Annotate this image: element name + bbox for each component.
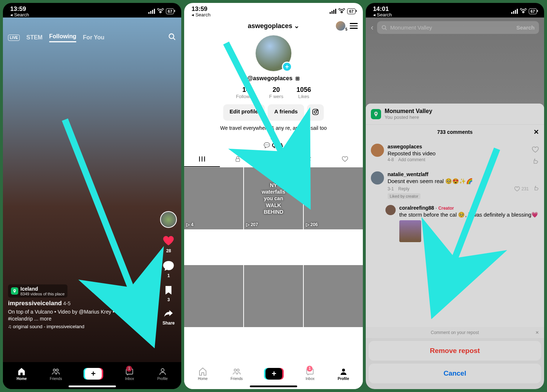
svg-point-2 bbox=[56, 369, 58, 371]
username-dropdown[interactable]: aswegoplaces⌄ bbox=[248, 22, 299, 30]
signal-icon bbox=[511, 9, 518, 14]
screen-comments: 14:01 ◂ Search 67 ‹ Monument ValleySearc… bbox=[366, 3, 544, 389]
reply[interactable]: Reply bbox=[398, 186, 410, 191]
menu-icon[interactable] bbox=[350, 23, 358, 29]
account-switcher[interactable]: 5 bbox=[336, 21, 345, 31]
location-pill[interactable]: Iceland 8349 videos of this place bbox=[8, 284, 67, 298]
comment-user[interactable]: coralreefing88 bbox=[399, 205, 434, 211]
back-icon[interactable]: ‹ bbox=[371, 23, 373, 32]
comment-user[interactable]: aswegoplaces bbox=[388, 144, 528, 150]
share-button[interactable]: Share bbox=[163, 309, 175, 326]
screen-feed: 13:59 ◂ Search 67 LIVE STEM Following Fo… bbox=[3, 3, 181, 389]
caption[interactable]: On top of a Vulcano • Video by @Marius K… bbox=[8, 308, 156, 322]
side-actions: 28 1 3 Share bbox=[160, 211, 177, 326]
grid-item[interactable] bbox=[184, 265, 243, 327]
reply-thumbnail[interactable] bbox=[399, 220, 421, 242]
nav-inbox[interactable]: 1 Inbox bbox=[125, 367, 134, 381]
dimmed-video: ‹ Monument ValleySearch Monument ValleyY… bbox=[366, 18, 544, 389]
username[interactable]: impressiveiceland bbox=[8, 300, 62, 307]
like-icon[interactable] bbox=[532, 146, 539, 154]
battery-icon: 67 bbox=[347, 8, 355, 14]
like-button[interactable]: 28 bbox=[162, 234, 175, 253]
nav-home[interactable]: Home bbox=[17, 367, 27, 381]
action-sheet: Remove repost Cancel bbox=[366, 338, 544, 389]
tab-following[interactable]: Following bbox=[49, 33, 77, 42]
search-icon[interactable] bbox=[168, 33, 176, 42]
svg-point-15 bbox=[382, 26, 385, 29]
feed-tabs: LIVE STEM Following For You bbox=[3, 33, 181, 42]
status-bar: 13:59 ◂ Search 67 bbox=[184, 3, 362, 18]
grid-item[interactable] bbox=[304, 265, 363, 327]
sound[interactable]: ♫ original sound - impressiveiceland bbox=[8, 324, 156, 329]
comment-avatar[interactable] bbox=[371, 144, 384, 157]
nav-friends[interactable]: Friends bbox=[230, 367, 243, 381]
tab-grid[interactable] bbox=[184, 152, 220, 167]
profile-avatar[interactable]: + bbox=[255, 35, 292, 71]
dislike-icon[interactable] bbox=[532, 158, 539, 166]
bottom-nav: Home Friends + 1Inbox Profile bbox=[184, 362, 362, 389]
save-button[interactable]: 3 bbox=[163, 285, 174, 302]
svg-point-10 bbox=[234, 369, 236, 371]
back-search[interactable]: ◂ Search bbox=[373, 12, 392, 18]
creator-avatar[interactable] bbox=[160, 211, 177, 228]
comment-avatar[interactable] bbox=[385, 205, 396, 215]
grid-item[interactable]: ▷ 206 bbox=[304, 167, 363, 229]
close-icon[interactable]: ✕ bbox=[534, 128, 539, 136]
qa-button[interactable]: 💬Q&A bbox=[264, 142, 283, 148]
stat-likes[interactable]: 1056Likes bbox=[296, 86, 311, 99]
grid-item[interactable] bbox=[244, 265, 303, 327]
svg-point-13 bbox=[342, 369, 345, 372]
tab-reposts[interactable] bbox=[291, 152, 327, 167]
dislike-icon[interactable] bbox=[533, 185, 539, 192]
bio: We travel everywhere & any re, and we sa… bbox=[191, 125, 355, 131]
live-icon[interactable]: LIVE bbox=[8, 35, 20, 41]
nav-create[interactable]: + bbox=[265, 368, 282, 380]
svg-point-8 bbox=[317, 110, 318, 111]
repost-hint: Comment on your repost✕ bbox=[366, 327, 544, 338]
add-comment[interactable]: Add comment bbox=[398, 157, 425, 162]
add-story-icon[interactable]: + bbox=[282, 62, 292, 72]
back-search[interactable]: ◂ Search bbox=[191, 12, 210, 18]
nav-profile[interactable]: Profile bbox=[157, 367, 167, 381]
nav-inbox[interactable]: 1Inbox bbox=[305, 367, 315, 381]
clock: 13:59 bbox=[10, 5, 29, 13]
search-box[interactable]: Monument ValleySearch bbox=[377, 21, 539, 34]
instagram-button[interactable] bbox=[307, 104, 324, 121]
location-header[interactable]: Monument ValleyYou posted here bbox=[366, 104, 544, 124]
tab-private[interactable] bbox=[220, 152, 256, 167]
grid-item[interactable]: ▷ 4 bbox=[184, 167, 243, 229]
signal-icon bbox=[330, 9, 336, 14]
nav-home[interactable]: Home bbox=[198, 367, 208, 381]
tab-stem[interactable]: STEM bbox=[26, 34, 42, 41]
remove-repost-button[interactable]: Remove repost bbox=[369, 341, 541, 361]
svg-rect-9 bbox=[236, 159, 240, 162]
nav-profile[interactable]: Profile bbox=[338, 367, 349, 381]
close-icon[interactable]: ✕ bbox=[535, 330, 539, 335]
status-bar: 14:01 ◂ Search 67 bbox=[366, 3, 544, 18]
battery-icon: 67 bbox=[166, 8, 174, 14]
comment-avatar[interactable] bbox=[371, 171, 384, 185]
edit-profile-button[interactable]: Edit profile bbox=[223, 104, 265, 121]
stat-following[interactable]: 14Following bbox=[236, 86, 256, 99]
stat-followers[interactable]: 20F wers bbox=[269, 86, 283, 99]
tab-liked[interactable] bbox=[327, 152, 363, 167]
comment-user[interactable]: natalie_wentzlaff bbox=[388, 171, 539, 177]
nav-create[interactable]: + bbox=[85, 368, 102, 380]
comment-list[interactable]: aswegoplaces Reposted this video 4-8Add … bbox=[366, 139, 544, 327]
nav-friends[interactable]: Friends bbox=[50, 367, 62, 381]
grid-item[interactable]: NY waterfalls you can WALK BEHIND▷ 207 bbox=[244, 167, 303, 229]
back-search[interactable]: ◂ Search bbox=[10, 12, 29, 18]
cancel-button[interactable]: Cancel bbox=[369, 364, 541, 383]
comment-text: Reposted this video bbox=[388, 150, 528, 156]
comment-button[interactable]: 1 bbox=[163, 260, 174, 278]
tab-saved[interactable] bbox=[256, 152, 291, 167]
wifi-icon bbox=[520, 8, 527, 15]
add-friends-button[interactable]: A friends bbox=[268, 104, 304, 121]
home-indicator bbox=[69, 385, 116, 387]
profile-tabs bbox=[184, 152, 362, 167]
video-feed[interactable]: LIVE STEM Following For You 28 1 3 bbox=[3, 18, 181, 362]
screen-profile: 13:59 ◂ Search 67 aswegoplaces⌄ 5 + @asw… bbox=[184, 3, 362, 389]
liked-by-creator: Liked by creator bbox=[388, 193, 420, 199]
qr-icon[interactable]: ⊞ bbox=[295, 75, 300, 81]
tab-foryou[interactable]: For You bbox=[83, 34, 104, 41]
